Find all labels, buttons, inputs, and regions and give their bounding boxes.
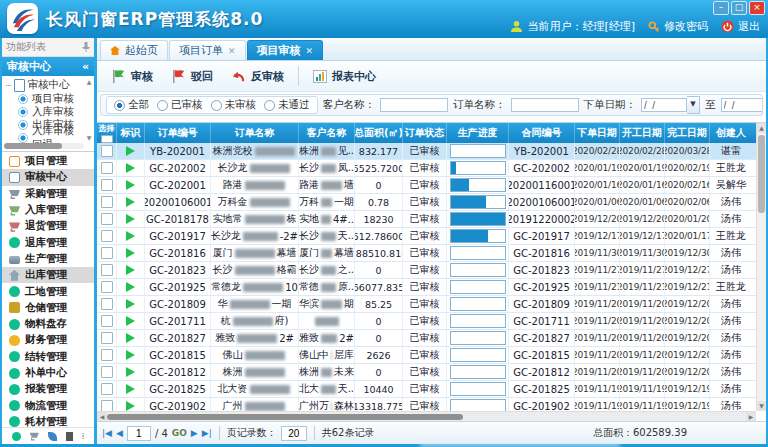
row-checkbox[interactable]	[101, 179, 113, 191]
sidebar-item-退货管理[interactable]: 退货管理	[2, 218, 94, 234]
table-row[interactable]: GC-201827雅致2#雅致2#0已审核GC-2018272019/11/20…	[97, 330, 756, 347]
order-date-picker[interactable]: ▼	[641, 96, 700, 114]
horizontal-scroll-thumb[interactable]	[107, 414, 463, 420]
scroll-left-icon[interactable]: ◀	[97, 412, 107, 421]
table-row[interactable]: GC-202001路港路港墙0已审核202001160012020/01/162…	[97, 177, 756, 194]
table-row[interactable]: GC-201823长沙格霸长沙之..0已审核GC-2018232019/11/2…	[97, 262, 756, 279]
page-number-input[interactable]	[127, 426, 151, 441]
tree-item-项目审核[interactable]: 项目审核	[18, 92, 84, 105]
toolbar-button-报表中心[interactable]: 报表中心	[305, 66, 384, 87]
row-checkbox[interactable]	[101, 145, 113, 157]
row-checkbox[interactable]	[101, 332, 113, 344]
sidebar-item-工地管理[interactable]: 工地管理	[2, 283, 94, 299]
sidebar-item-入库管理[interactable]: 入库管理	[2, 202, 94, 218]
tab-close-icon[interactable]: ✕	[228, 46, 236, 56]
toolbar-button-反审核[interactable]: 反审核	[223, 66, 292, 87]
last-page-button[interactable]: ▶|	[202, 428, 212, 438]
table-row[interactable]: 20200106001万科金万科一期0.78已审核202001060012020…	[97, 194, 756, 211]
radio-全部[interactable]: 全部	[114, 98, 149, 112]
row-checkbox[interactable]	[101, 349, 113, 361]
table-row[interactable]: GC-201809华一期华滨期85.25已审核GC-2018092019/11/…	[97, 296, 756, 313]
dot-icon[interactable]	[12, 432, 21, 441]
column-header-选择[interactable]: 选择	[97, 123, 117, 143]
toolbar-button-驳回[interactable]: 驳回	[163, 66, 221, 87]
sidebar-item-审核中心[interactable]: 审核中心	[2, 169, 94, 185]
sidebar-item-报装管理[interactable]: 报装管理	[2, 381, 94, 397]
scroll-right-icon[interactable]: ▶	[746, 412, 756, 421]
row-checkbox[interactable]	[101, 162, 113, 174]
sidebar-item-退库管理[interactable]: 退库管理	[2, 234, 94, 250]
tree-expander-icon[interactable]: ┄	[6, 81, 11, 90]
row-checkbox[interactable]	[101, 383, 113, 395]
scroll-up-icon[interactable]: ▲	[757, 123, 766, 133]
sidebar-item-耗材管理[interactable]: 耗材管理	[2, 414, 94, 427]
tree-item-入库审核[interactable]: 入库审核	[18, 105, 84, 118]
toolbar-button-审核[interactable]: 审核	[103, 66, 161, 87]
sidebar-item-物料盘存[interactable]: 物料盘存	[2, 316, 94, 332]
vertical-scroll-thumb[interactable]	[758, 135, 765, 213]
row-checkbox[interactable]	[101, 264, 113, 276]
sidebar-item-采购管理[interactable]: 采购管理	[2, 186, 94, 202]
radio-未通过[interactable]: 未通过	[264, 98, 310, 112]
table-row[interactable]: GC-201925常德龙10常德原..266077.835..已审核GC-201…	[97, 279, 756, 296]
select-all-checkbox[interactable]	[101, 135, 113, 143]
row-checkbox[interactable]	[101, 400, 113, 411]
pin-icon[interactable]	[82, 42, 90, 52]
tree-root-audit-center[interactable]: ┄ 审核中心	[6, 78, 84, 92]
tree-vertical-scrollbar[interactable]: ▲▼	[85, 78, 93, 141]
close-button[interactable]: ×	[749, 1, 765, 15]
radio-已审核[interactable]: 已审核	[157, 98, 203, 112]
tree-horizontal-scrollbar[interactable]	[4, 143, 84, 149]
row-checkbox[interactable]	[101, 230, 113, 242]
go-button[interactable]: GO	[172, 428, 187, 438]
page-size-input[interactable]	[281, 426, 307, 441]
table-row[interactable]: YB-202001株洲党校株洲见..832.177已审核YB-202001202…	[97, 143, 756, 160]
horizontal-scrollbar[interactable]: ◀ ▶	[97, 411, 756, 421]
row-checkbox[interactable]	[101, 213, 113, 225]
vertical-scrollbar[interactable]: ▲ ▼	[756, 123, 766, 411]
cart-icon[interactable]	[30, 432, 39, 441]
first-page-button[interactable]: |◀	[102, 428, 112, 438]
row-checkbox[interactable]	[101, 196, 113, 208]
scroll-down-icon[interactable]: ▼	[757, 401, 766, 411]
tab-close-icon[interactable]: ✕	[306, 46, 314, 56]
order-date-end-picker[interactable]: ▼	[721, 96, 764, 114]
row-checkbox[interactable]	[101, 281, 113, 293]
table-row[interactable]: GC-201815佛山佛山中层库2626已审核GC-2018152019/11/…	[97, 347, 756, 364]
more-icon[interactable]: ⁞	[82, 432, 85, 441]
leaf-icon[interactable]	[48, 432, 57, 441]
sidebar-item-生产管理[interactable]: 生产管理	[2, 251, 94, 267]
table-row[interactable]: GC-201816厦门幕墙厦门幕墙188510.818已审核GC-2018162…	[97, 245, 756, 262]
change-password-button[interactable]: 修改密码	[648, 19, 708, 34]
maximize-button[interactable]: □	[731, 1, 747, 15]
table-row[interactable]: GC-201812株洲株洲未来0已审核GC-2018122019/11/2020…	[97, 364, 756, 381]
customer-name-input[interactable]	[380, 98, 448, 112]
sidebar-item-仓储管理[interactable]: 仓储管理	[2, 300, 94, 316]
sidebar-item-项目管理[interactable]: 项目管理	[2, 153, 94, 169]
sidebar-item-物流管理[interactable]: 物流管理	[2, 397, 94, 413]
order-name-input[interactable]	[511, 98, 579, 112]
minimize-button[interactable]: –	[713, 1, 729, 15]
table-row[interactable]: GC-2018178实地常栋实地4#..18230已审核201912200022…	[97, 211, 756, 228]
tab-项目审核[interactable]: 项目审核✕	[247, 40, 324, 60]
table-row[interactable]: GC-201902广州广州万森林13318.775已审核GC-201902201…	[97, 398, 756, 411]
logout-button[interactable]: 退出	[721, 19, 760, 34]
sidebar-section-header[interactable]: 审核中心 «	[2, 57, 94, 76]
book-icon[interactable]	[66, 432, 73, 441]
row-checkbox[interactable]	[101, 298, 113, 310]
radio-未审核[interactable]: 未审核	[211, 98, 257, 112]
table-row[interactable]: GC-201711杭府)0已审核GC-2017112019/11/202019/…	[97, 313, 756, 330]
table-row[interactable]: GC-202002长沙龙长沙凤..65525.7200..已审核GC-20200…	[97, 160, 756, 177]
sidebar-item-补单中心[interactable]: 补单中心	[2, 365, 94, 381]
tab-起始页[interactable]: 起始页	[100, 40, 168, 60]
sidebar-item-出库管理[interactable]: 出库管理	[2, 267, 94, 283]
row-checkbox[interactable]	[101, 366, 113, 378]
row-checkbox[interactable]	[101, 247, 113, 259]
calendar-dropdown-icon[interactable]: ▼	[687, 96, 700, 114]
row-checkbox[interactable]	[101, 315, 113, 327]
prev-page-button[interactable]: ◀	[116, 428, 123, 438]
collapse-icon[interactable]: «	[82, 57, 89, 76]
tab-项目订单[interactable]: 项目订单✕	[169, 40, 246, 60]
sidebar-item-结转管理[interactable]: 结转管理	[2, 349, 94, 365]
table-row[interactable]: GC-201917长沙龙-2#长沙天..8512.78600..已审核GC-20…	[97, 228, 756, 245]
